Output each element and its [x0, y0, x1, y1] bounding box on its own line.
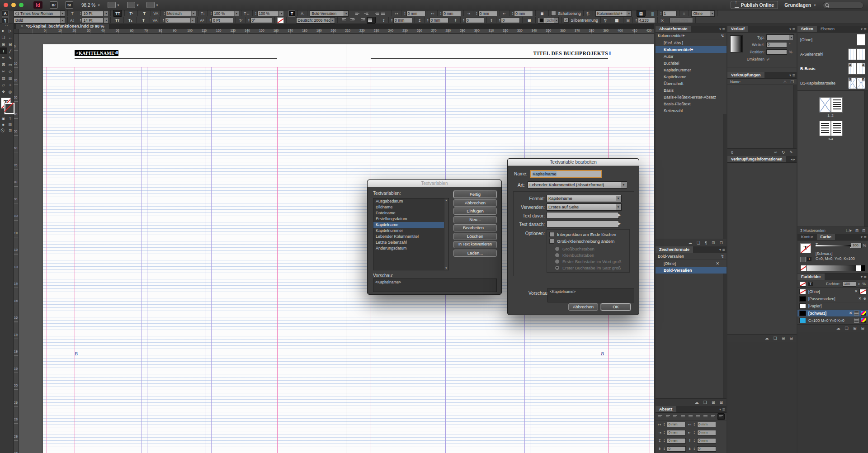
- para-field[interactable]: 2,001 mm: [670, 18, 693, 23]
- char-combo[interactable]: Bold-Versalien▾: [310, 10, 349, 17]
- align-justify-button[interactable]: [380, 10, 388, 16]
- cloud-icon[interactable]: ☁: [836, 326, 840, 330]
- gradient-feather-tool[interactable]: ▥: [7, 75, 14, 81]
- absatz-field[interactable]: 0 mm: [667, 430, 686, 435]
- align-left-button[interactable]: [341, 17, 349, 23]
- format-dropdown[interactable]: Kapitelname▼: [547, 195, 622, 202]
- absatz-field[interactable]: 0 mm: [697, 430, 716, 435]
- para-icon[interactable]: ¶: [705, 241, 707, 245]
- paragraph-style-item[interactable]: Seitenzahl: [656, 107, 726, 114]
- paragraph-style-item[interactable]: Basis-Fließtext: [656, 100, 726, 107]
- absatz-field[interactable]: 0 mm: [697, 422, 716, 427]
- para-field[interactable]: ▲▼0▾: [162, 18, 194, 23]
- para-field[interactable]: ▲▼0: [499, 18, 520, 23]
- textvariable-item[interactable]: Lebender Kolumnentitel: [373, 234, 448, 240]
- swatch-paper[interactable]: [Papier]: [797, 302, 868, 310]
- normal-view-mode-icon[interactable]: ⊡: [7, 127, 14, 133]
- char-button[interactable]: T¹: [127, 10, 135, 16]
- panel-menu-icon[interactable]: ▾ ≣: [861, 274, 868, 280]
- char-field[interactable]: ▲▼Metrisch▾: [163, 11, 195, 16]
- publish-online-button[interactable]: Publish Online: [731, 1, 778, 9]
- gradient-tool[interactable]: ▤: [0, 75, 7, 81]
- panel-menu-icon[interactable]: ▾ ≣: [719, 26, 726, 32]
- folder-icon[interactable]: ❏: [774, 336, 777, 340]
- dialog-title-bar[interactable]: Textvariablen: [368, 180, 501, 187]
- folder-icon[interactable]: ❏: [703, 400, 707, 405]
- scrollbar[interactable]: ▲▼: [444, 198, 448, 270]
- vertical-ruler[interactable]: 0102030405060708090100110120130140150160…: [14, 33, 19, 453]
- textvariablen-listbox[interactable]: AusgabedatumBildnameDateinameErstellungs…: [373, 198, 449, 270]
- new-page-icon[interactable]: ⊞: [855, 228, 859, 233]
- tab-verknuepfungen[interactable]: Verknüpfungen: [727, 72, 764, 78]
- trash-icon[interactable]: ⊟: [719, 241, 723, 245]
- panel-menu-icon[interactable]: ▾ ≣: [861, 26, 868, 32]
- close-window-icon[interactable]: [4, 3, 8, 7]
- text-davor-menu-icon[interactable]: ▶: [618, 213, 621, 217]
- dialog-button-neu[interactable]: Neu...: [453, 216, 497, 223]
- eyedropper-tool[interactable]: ✧: [7, 81, 14, 88]
- neu-icon[interactable]: ⊞: [712, 400, 715, 405]
- edit-page-size-icon[interactable]: ❐▾: [846, 228, 852, 233]
- para-field[interactable]: ▲▼0: [463, 18, 484, 23]
- swatch-none[interactable]: [Ohne]✕: [797, 288, 868, 295]
- para-field[interactable]: ▲▼0 Pt: [209, 18, 233, 23]
- char-button[interactable]: T: [140, 10, 148, 16]
- redefine-style-icon[interactable]: ↯: [721, 33, 724, 38]
- column-guide[interactable]: [142, 67, 142, 453]
- pencil-tool[interactable]: ✎: [7, 54, 14, 61]
- arrange-documents-dropdown[interactable]: ▼: [146, 2, 159, 8]
- dialog-button-lschen[interactable]: Löschen: [453, 233, 497, 240]
- update-link-icon[interactable]: ↻: [782, 150, 785, 155]
- tab-zeichenformate[interactable]: Zeichenformate: [656, 246, 693, 253]
- dialog-button-abbrechen[interactable]: Abbrechen: [453, 199, 497, 207]
- paragraph-style-item[interactable]: Kolumnentitel+: [656, 46, 726, 53]
- textvariable-item[interactable]: Erstellungsdatum: [373, 216, 448, 222]
- tab-absatzformate[interactable]: Absatzformate: [656, 26, 691, 32]
- screen-mode-dropdown[interactable]: ▼: [127, 2, 139, 8]
- rectangle-tool[interactable]: ▭: [7, 61, 14, 68]
- text-proxy-icon[interactable]: T: [807, 257, 811, 261]
- paragraph-style-item[interactable]: Basis-Fließtext-erster-Absatz: [656, 94, 726, 100]
- trash-icon[interactable]: ⊟: [861, 326, 864, 330]
- dialog-button-intextkonvertieren[interactable]: In Text konvertieren: [453, 241, 497, 248]
- text-fill-proxy[interactable]: T: [800, 243, 811, 253]
- paragraph-align-button[interactable]: [688, 414, 694, 420]
- master-page-item[interactable]: [Ohne]: [797, 33, 868, 47]
- horizontal-ruler[interactable]: 0102030405060708090100110120130140150160…: [18, 29, 654, 34]
- char-button[interactable]: ▤: [637, 10, 646, 17]
- para-button[interactable]: Tт: [113, 17, 121, 23]
- character-style-item[interactable]: Bold-Versalien: [656, 267, 726, 274]
- dialog-button-einfgen[interactable]: Einfügen: [453, 208, 497, 215]
- scrollbar[interactable]: [723, 114, 726, 239]
- char-field[interactable]: ▲▼0 mm: [476, 11, 497, 16]
- align-right-button[interactable]: [358, 17, 366, 23]
- para-field[interactable]: ▲▼14 Pt▾: [80, 18, 108, 23]
- para-field[interactable]: ▲▼4,233: [635, 18, 655, 23]
- formatting-affects-container-icon[interactable]: ▣: [0, 116, 7, 122]
- align-left-button[interactable]: [354, 10, 363, 16]
- tab-farbe[interactable]: Farbe: [817, 234, 835, 240]
- close-tab-icon[interactable]: ×: [21, 24, 23, 28]
- radio-0[interactable]: Großbuchstaben: [555, 246, 594, 251]
- none-color-icon[interactable]: [801, 265, 807, 271]
- cloud-icon[interactable]: ☁: [688, 241, 692, 245]
- radio-1[interactable]: Kleinbuchstaben: [555, 253, 594, 258]
- apply-color-icon[interactable]: ■: [0, 122, 7, 127]
- panel-menu-icon[interactable]: ▾ ≣: [719, 406, 726, 412]
- paragraph-align-button[interactable]: [703, 414, 709, 420]
- absatz-field[interactable]: 0 mm: [667, 422, 686, 427]
- paragraph-align-button[interactable]: [672, 414, 679, 420]
- textvariable-item[interactable]: Bildname: [373, 204, 448, 210]
- ruler-origin-box[interactable]: [14, 29, 19, 34]
- view-options-dropdown[interactable]: ▼: [108, 2, 120, 8]
- character-style-item[interactable]: [Ohne]✕: [656, 260, 726, 267]
- swatch-cyan[interactable]: C=100 M=0 Y=0 K=0: [797, 317, 868, 324]
- paragraph-style-item[interactable]: Buchtitel: [656, 60, 726, 66]
- redefine-style-icon[interactable]: ↯: [721, 254, 724, 259]
- neu-icon[interactable]: ⊞: [853, 326, 857, 330]
- hand-tool[interactable]: ❖: [0, 88, 7, 95]
- master-page-item[interactable]: B-BasisAA: [797, 61, 868, 76]
- margin-guide[interactable]: [47, 67, 47, 453]
- folder-icon[interactable]: ❏: [845, 326, 849, 330]
- scrollbar[interactable]: [723, 274, 726, 398]
